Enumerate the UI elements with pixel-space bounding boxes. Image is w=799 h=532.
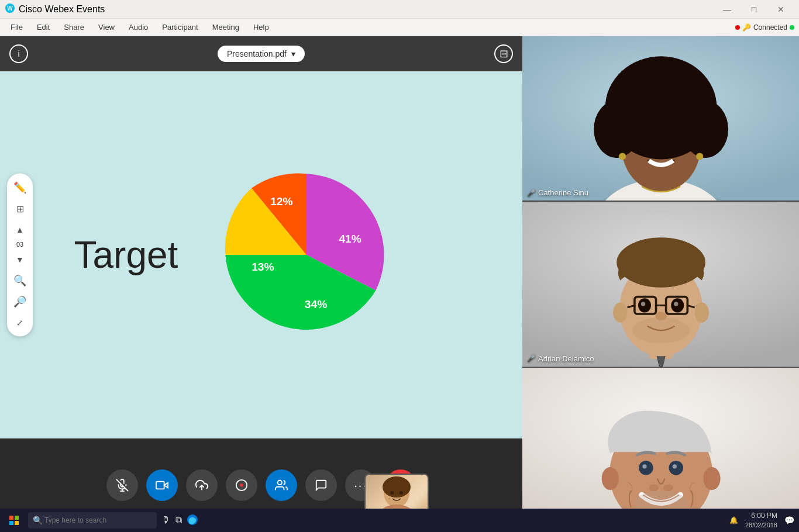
page-down-button[interactable]: ▼ xyxy=(11,250,29,269)
svg-text:W: W xyxy=(7,5,13,12)
slide-content: Target xyxy=(51,129,472,381)
menu-audio[interactable]: Audio xyxy=(123,20,154,34)
pie-label-magenta: 41% xyxy=(339,233,361,245)
start-button[interactable] xyxy=(5,511,23,530)
minimize-button[interactable]: — xyxy=(714,0,741,19)
menu-participant[interactable]: Participant xyxy=(156,20,204,34)
adrian-name-text: Adrian Delamico xyxy=(538,354,594,363)
titlebar-controls[interactable]: — □ ✕ xyxy=(714,0,794,19)
windows-logo-icon xyxy=(9,516,19,525)
david-video-bg xyxy=(522,368,799,532)
menu-file[interactable]: File xyxy=(5,20,29,34)
pres-toolbar-left: i xyxy=(9,44,28,63)
fullscreen-button[interactable]: ⤢ xyxy=(11,313,29,332)
adrian-face-svg xyxy=(522,202,799,366)
share-button[interactable] xyxy=(186,469,218,501)
clock-time: 6:00 PM xyxy=(745,512,777,521)
svg-point-58 xyxy=(642,464,646,468)
catherine-face-svg xyxy=(522,36,799,201)
svg-point-16 xyxy=(399,491,403,495)
pie-label-yellow: 13% xyxy=(252,261,274,273)
close-button[interactable]: ✕ xyxy=(767,0,794,19)
taskbar-right: 🔔 6:00 PM 28/02/2018 💬 xyxy=(729,512,794,529)
titlebar-left: W Cisco Webex Events xyxy=(5,3,105,16)
task-view-button[interactable]: ⧉ xyxy=(175,515,182,526)
taskbar-search-input[interactable] xyxy=(28,512,157,528)
connected-label: Connected xyxy=(753,23,787,32)
mute-button[interactable] xyxy=(106,469,138,501)
zoom-out-button[interactable]: 🔎 xyxy=(11,292,29,311)
dropdown-arrow-icon: ▾ xyxy=(291,49,295,58)
svg-marker-5 xyxy=(164,482,167,488)
grid-tool-button[interactable]: ⊞ xyxy=(11,199,29,218)
status-dot-green xyxy=(790,25,794,30)
svg-rect-66 xyxy=(15,521,19,525)
presentation-panel: i Presentation.pdf ▾ ⊟ ✏️ ⊞ ▲ 03 ▼ xyxy=(0,36,522,532)
svg-point-38 xyxy=(617,237,705,288)
svg-point-36 xyxy=(613,303,627,323)
chat-button[interactable] xyxy=(305,469,337,501)
svg-point-55 xyxy=(703,467,720,490)
svg-point-37 xyxy=(695,303,709,323)
main-content: i Presentation.pdf ▾ ⊟ ✏️ ⊞ ▲ 03 ▼ xyxy=(0,36,799,532)
notifications-button[interactable]: 💬 xyxy=(784,516,794,525)
svg-point-49 xyxy=(655,312,667,321)
presentation-name-button[interactable]: Presentation.pdf ▾ xyxy=(218,46,305,62)
svg-point-9 xyxy=(240,483,243,487)
menubar: File Edit Share View Audio Participant M… xyxy=(0,19,799,36)
edge-browser-button[interactable] xyxy=(187,514,198,527)
zoom-in-button[interactable]: 🔍 xyxy=(11,271,29,290)
clock-date: 28/02/2018 xyxy=(745,521,777,529)
slide-target-text: Target xyxy=(74,233,178,277)
menu-meeting[interactable]: Meeting xyxy=(206,20,245,34)
adrian-name-label: 🎤 Adrian Delamico xyxy=(527,354,594,363)
presentation-toolbar: i Presentation.pdf ▾ ⊟ xyxy=(0,36,522,71)
video-tile-david: 🎤 David Liam xyxy=(522,368,799,532)
video-panel: 🎤 Catherine Sinu xyxy=(522,36,799,532)
menu-help[interactable]: Help xyxy=(247,20,275,34)
record-button[interactable] xyxy=(226,469,257,501)
svg-point-15 xyxy=(390,491,394,495)
taskbar-search-icon: 🔍 xyxy=(33,516,43,525)
page-up-button[interactable]: ▲ xyxy=(11,220,29,239)
notification-area-button[interactable]: 🔔 xyxy=(729,516,738,524)
search-container: 🔍 xyxy=(28,512,157,528)
taskbar: 🔍 🎙 ⧉ 🔔 6:00 PM 28/02/2018 💬 xyxy=(0,509,799,532)
video-tile-adrian: 🎤 Adrian Delamico xyxy=(522,202,799,367)
menu-edit[interactable]: Edit xyxy=(31,20,56,34)
menu-view[interactable]: View xyxy=(92,20,120,34)
catherine-mic-icon: 🎤 xyxy=(527,189,536,197)
info-icon: i xyxy=(18,49,19,58)
catherine-name-label: 🎤 Catherine Sinu xyxy=(527,188,588,197)
pres-toolbar-right: ⊟ xyxy=(494,44,513,63)
adrian-mic-icon: 🎤 xyxy=(527,354,536,362)
app-title: Cisco Webex Events xyxy=(19,4,105,15)
microphone-taskbar-button[interactable]: 🎙 xyxy=(161,515,171,526)
layout-icon: ⊟ xyxy=(500,47,508,60)
participants-button[interactable] xyxy=(266,469,297,501)
app-logo: W xyxy=(5,3,15,16)
info-button[interactable]: i xyxy=(9,44,28,63)
key-icon: 🔑 xyxy=(742,23,751,32)
layout-button[interactable]: ⊟ xyxy=(494,44,513,63)
taskbar-left: 🔍 🎙 ⧉ xyxy=(5,511,198,530)
svg-point-54 xyxy=(602,467,619,490)
svg-point-59 xyxy=(673,464,677,468)
video-button[interactable] xyxy=(146,469,178,501)
menu-share[interactable]: Share xyxy=(58,20,90,34)
catherine-video-bg xyxy=(522,36,799,201)
adrian-video-bg xyxy=(522,202,799,366)
maximize-button[interactable]: □ xyxy=(741,0,767,19)
svg-point-61 xyxy=(663,484,673,491)
svg-rect-63 xyxy=(9,516,13,520)
presentation-filename: Presentation.pdf xyxy=(227,49,287,58)
svg-point-10 xyxy=(277,481,281,485)
titlebar: W Cisco Webex Events — □ ✕ xyxy=(0,0,799,19)
catherine-name-text: Catherine Sinu xyxy=(538,188,588,197)
status-dot-red xyxy=(735,25,740,30)
connection-status: 🔑 Connected xyxy=(735,23,794,32)
svg-point-31 xyxy=(619,153,626,160)
svg-point-60 xyxy=(649,484,659,491)
pen-tool-button[interactable]: ✏️ xyxy=(11,178,29,197)
video-tile-catherine: 🎤 Catherine Sinu xyxy=(522,36,799,202)
